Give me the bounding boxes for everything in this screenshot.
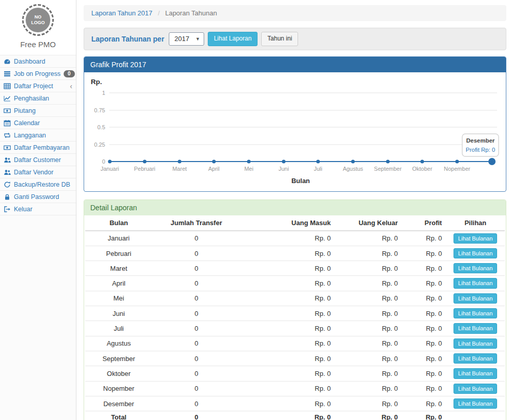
cell-jumlah-transfer: 0 [152, 336, 241, 351]
chart-area: Rp. 1 0.75 0.5 0.25 0 [84, 72, 506, 191]
cell-uang-masuk: Rp. 0 [241, 366, 335, 381]
cell-uang-masuk: Rp. 0 [241, 351, 335, 366]
sidebar-item-label: Daftar Project [14, 83, 53, 90]
x-tick: Agustus [343, 166, 363, 172]
job-count-badge: 0 [64, 70, 75, 77]
sidebar-item-daftar-vendor[interactable]: Daftar Vendor [0, 166, 76, 178]
cell-profit: Rp. 0 [402, 351, 446, 366]
year-select[interactable]: 2017 ▼ [169, 32, 204, 46]
sidebar-item-label: Calendar [14, 119, 40, 127]
calendar-icon [4, 119, 11, 127]
cell-jumlah-transfer: 0 [152, 306, 241, 321]
cell-profit: Rp. 0 [402, 246, 446, 261]
lihat-laporan-button[interactable]: Lihat Laporan [208, 32, 258, 46]
chart-point-juli[interactable] [317, 159, 320, 163]
year-filter-panel: Laporan Tahunan per 2017 ▼ Lihat Laporan… [84, 28, 506, 50]
breadcrumb-link-laporan-tahun[interactable]: Laporan Tahun 2017 [91, 9, 152, 17]
chart-point-desember-active[interactable] [488, 158, 496, 165]
table-header-row: Bulan Jumlah Transfer Uang Masuk Uang Ke… [85, 215, 505, 231]
sidebar-item-label: Daftar Pembayaran [14, 144, 69, 151]
year-select-value: 2017 [174, 35, 189, 43]
chart-point-nopember[interactable] [456, 159, 459, 163]
chart-point-oktober[interactable] [421, 159, 424, 163]
chart-point-september[interactable] [386, 159, 390, 163]
tahun-ini-button[interactable]: Tahun ini [261, 32, 298, 46]
chart-panel-title: Grafik Profit 2017 [84, 57, 506, 72]
chart-point-mei[interactable] [247, 159, 251, 163]
total-uang-masuk: Rp. 0 [241, 411, 335, 420]
sidebar-item-label: Daftar Vendor [14, 169, 53, 176]
money-icon [4, 107, 11, 114]
y-tick: 0.25 [94, 142, 105, 148]
sidebar-item-daftar-project[interactable]: Daftar Project ‹ [0, 80, 76, 92]
sidebar-item-ganti-password[interactable]: Ganti Password [0, 191, 76, 203]
cell-uang-keluar: Rp. 0 [335, 306, 402, 321]
sidebar-item-backup-restore-db[interactable]: Backup/Restore DB [0, 178, 76, 191]
x-tick: Maret [172, 166, 187, 172]
sidebar-item-daftar-pembayaran[interactable]: Daftar Pembayaran [0, 142, 76, 154]
lihat-bulanan-button[interactable]: Lihat Bulanan [453, 323, 497, 333]
cell-bulan: Maret [85, 261, 152, 276]
cell-jumlah-transfer: 0 [152, 276, 241, 291]
cell-bulan: Januari [85, 231, 152, 246]
sidebar-item-dashboard[interactable]: Dashboard [0, 55, 76, 68]
lihat-bulanan-button[interactable]: Lihat Bulanan [453, 384, 497, 394]
chart-point-april[interactable] [212, 159, 216, 163]
lihat-bulanan-button[interactable]: Lihat Bulanan [453, 338, 497, 349]
sidebar-item-label: Keluar [14, 206, 32, 213]
sidebar-item-daftar-customer[interactable]: Daftar Customer [0, 154, 76, 166]
cell-jumlah-transfer: 0 [152, 366, 241, 381]
cell-uang-masuk: Rp. 0 [241, 246, 335, 261]
profit-line-chart: Rp. 1 0.75 0.5 0.25 0 [86, 76, 504, 191]
sidebar-item-label: Ganti Password [14, 193, 59, 201]
lihat-bulanan-button[interactable]: Lihat Bulanan [453, 368, 497, 378]
detail-laporan-panel: Detail Laporan Bulan Jumlah Transfer Uan… [84, 199, 506, 420]
cell-profit: Rp. 0 [402, 231, 446, 246]
cell-uang-masuk: Rp. 0 [241, 306, 335, 321]
table-row: Pebruari 0 Rp. 0 Rp. 0 Rp. 0 Lihat Bulan… [85, 246, 505, 261]
col-uang-masuk: Uang Masuk [241, 215, 335, 231]
chart-point-juni[interactable] [282, 159, 286, 163]
lihat-bulanan-button[interactable]: Lihat Bulanan [453, 353, 497, 364]
total-profit: Rp. 0 [402, 411, 446, 420]
chart-point-maret[interactable] [178, 159, 182, 163]
cell-uang-keluar: Rp. 0 [335, 261, 402, 276]
sidebar-item-label: Langganan [14, 132, 46, 139]
sidebar-item-keluar[interactable]: Keluar [0, 203, 76, 215]
lihat-bulanan-button[interactable]: Lihat Bulanan [453, 248, 497, 258]
sidebar-item-langganan[interactable]: Langganan [0, 129, 76, 142]
sidebar-item-calendar[interactable]: Calendar [0, 117, 76, 129]
lihat-bulanan-button[interactable]: Lihat Bulanan [453, 293, 497, 304]
profit-chart-panel: Grafik Profit 2017 Rp. 1 0.75 0.5 0.25 0 [84, 56, 506, 192]
lihat-bulanan-button[interactable]: Lihat Bulanan [453, 308, 497, 318]
cell-jumlah-transfer: 0 [152, 321, 241, 336]
lihat-bulanan-button[interactable]: Lihat Bulanan [453, 278, 497, 288]
sidebar-item-job-on-progress[interactable]: Job on Progress 0 [0, 68, 76, 80]
table-row: Mei 0 Rp. 0 Rp. 0 Rp. 0 Lihat Bulanan [85, 291, 505, 306]
cell-profit: Rp. 0 [402, 336, 446, 351]
cell-bulan: Pebruari [85, 246, 152, 261]
cell-uang-masuk: Rp. 0 [241, 276, 335, 291]
y-tick: 1 [102, 90, 105, 96]
table-row: Januari 0 Rp. 0 Rp. 0 Rp. 0 Lihat Bulana… [85, 231, 505, 246]
x-tick: April [208, 166, 220, 172]
cell-uang-masuk: Rp. 0 [241, 396, 335, 411]
main-content: Laporan Tahun 2017 / Laporan Tahunan Lap… [76, 0, 513, 420]
lihat-bulanan-button[interactable]: Lihat Bulanan [453, 398, 497, 409]
sidebar-item-penghasilan[interactable]: Penghasilan [0, 92, 76, 105]
retweet-icon [4, 132, 11, 139]
col-pilihan: Pilihan [446, 215, 505, 231]
cell-jumlah-transfer: 0 [152, 396, 241, 411]
chart-point-pebruari[interactable] [143, 159, 147, 163]
cell-bulan: Oktober [85, 366, 152, 381]
lihat-bulanan-button[interactable]: Lihat Bulanan [453, 263, 497, 273]
lihat-bulanan-button[interactable]: Lihat Bulanan [453, 233, 497, 244]
x-axis-label: Bulan [291, 177, 310, 185]
filter-label: Laporan Tahunan per [91, 35, 164, 43]
sidebar-item-piutang[interactable]: Piutang [0, 105, 76, 117]
cell-uang-keluar: Rp. 0 [335, 276, 402, 291]
cell-jumlah-transfer: 0 [152, 246, 241, 261]
chart-point-agustus[interactable] [351, 159, 355, 163]
chart-point-januari[interactable] [108, 159, 112, 163]
no-logo-badge: NO LOGO [26, 8, 50, 32]
